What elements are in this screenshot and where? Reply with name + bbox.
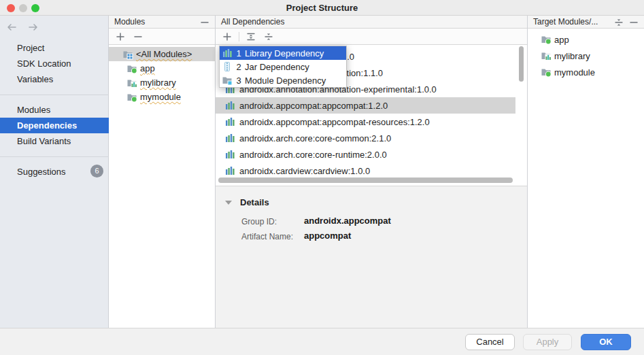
dependencies-panel-title: All Dependencies xyxy=(221,17,284,27)
module-label: app xyxy=(140,63,155,73)
library-module-folder-icon xyxy=(541,50,552,61)
dependencies-panel-header: All Dependencies xyxy=(216,16,527,29)
remove-module-button[interactable] xyxy=(132,31,144,43)
menu-item-library-dependency[interactable]: 1 Library Dependency xyxy=(220,46,346,60)
plus-icon xyxy=(116,32,125,41)
window-title: Project Structure xyxy=(0,3,644,13)
sidebar-item-project[interactable]: Project xyxy=(0,40,109,56)
library-icon xyxy=(224,149,235,160)
target-module-mymodule[interactable]: mymodule xyxy=(528,64,644,80)
module-folder-icon xyxy=(222,75,233,86)
library-icon xyxy=(224,100,235,111)
modules-panel: Modules <All Modules> xyxy=(109,16,216,328)
ok-button[interactable]: OK xyxy=(581,334,631,350)
library-icon xyxy=(224,116,235,127)
dependency-label: androidx.cardview:cardview:1.0.0 xyxy=(239,166,370,176)
target-module-mylibrary[interactable]: mylibrary xyxy=(528,48,644,64)
module-label: <All Modules> xyxy=(136,49,192,59)
target-module-app[interactable]: app xyxy=(528,31,644,48)
back-arrow-icon[interactable] xyxy=(5,21,18,33)
sidebar-item-dependencies[interactable]: Dependencies xyxy=(0,118,109,133)
details-title: Details xyxy=(240,197,269,207)
target-modules-title: Target Modules/... xyxy=(533,17,598,27)
dependency-row[interactable]: androidx.arch.core:core-runtime:2.0.0 xyxy=(216,146,515,163)
menu-item-label: Module Dependency xyxy=(245,75,326,86)
target-modules-panel: Target Modules/... app xyxy=(528,16,644,328)
modules-toolbar xyxy=(109,29,215,45)
menu-item-jar-dependency[interactable]: 2 Jar Dependency xyxy=(220,60,346,73)
details-section xyxy=(216,186,527,328)
dependency-row[interactable]: androidx.cardview:cardview:1.0.0 xyxy=(216,163,515,179)
modules-panel-title: Modules xyxy=(114,17,145,27)
android-module-folder-icon xyxy=(126,63,137,74)
android-module-folder-icon xyxy=(541,34,552,45)
dependency-row[interactable]: androidx.arch.core:core-common:2.1.0 xyxy=(216,130,515,146)
expand-all-button[interactable] xyxy=(245,31,257,43)
sidebar-item-variables[interactable]: Variables xyxy=(0,71,109,87)
artifact-name-label: Artifact Name: xyxy=(241,232,293,241)
collapse-all-icon xyxy=(264,32,273,41)
sidebar-divider xyxy=(0,95,109,95)
add-dependency-menu: 1 Library Dependency 2 Jar Dependency 3 … xyxy=(219,46,347,88)
dependency-label: androidx.appcompat:appcompat-resources:1… xyxy=(239,117,430,127)
forward-arrow-icon[interactable] xyxy=(27,21,39,33)
hide-panel-icon[interactable] xyxy=(629,18,639,27)
sidebar-item-modules[interactable]: Modules xyxy=(0,102,109,118)
module-label: mymodule xyxy=(140,92,181,102)
target-module-label: app xyxy=(554,35,569,45)
add-module-button[interactable] xyxy=(114,31,126,43)
cancel-button[interactable]: Cancel xyxy=(465,334,515,350)
plus-icon xyxy=(222,32,232,41)
menu-mnemonic: 3 xyxy=(235,75,243,86)
menu-item-module-dependency[interactable]: 3 Module Dependency xyxy=(220,73,346,87)
dependency-label: androidx.appcompat:appcompat:1.2.0 xyxy=(239,101,388,111)
title-bar: Project Structure xyxy=(0,0,644,16)
toolbar-separator xyxy=(239,32,239,41)
target-module-label: mylibrary xyxy=(554,51,590,61)
collapse-all-button[interactable] xyxy=(262,31,275,43)
target-module-label: mymodule xyxy=(554,67,595,78)
details-collapse-icon[interactable] xyxy=(225,201,232,205)
vertical-scrollbar[interactable] xyxy=(519,46,524,82)
modules-panel-header: Modules xyxy=(109,16,215,29)
hide-panel-icon[interactable] xyxy=(200,18,209,27)
library-module-folder-icon xyxy=(126,78,137,88)
dependency-label: androidx.arch.core:core-common:2.1.0 xyxy=(239,133,391,143)
module-tree-item-all-modules[interactable]: <All Modules> xyxy=(109,47,216,61)
artifact-name-value: appcompat xyxy=(304,231,351,241)
module-tree-item-mylibrary[interactable]: mylibrary xyxy=(109,75,216,90)
suggestions-count-badge: 6 xyxy=(90,165,103,178)
horizontal-scrollbar[interactable] xyxy=(218,178,513,183)
menu-item-label: Library Dependency xyxy=(245,48,324,58)
apply-button[interactable]: Apply xyxy=(523,334,572,350)
library-icon xyxy=(222,48,233,58)
library-icon xyxy=(224,165,235,176)
group-id-value: androidx.appcompat xyxy=(304,216,391,226)
menu-item-label: Jar Dependency xyxy=(245,62,309,72)
module-label: mylibrary xyxy=(140,78,176,88)
all-modules-folder-icon xyxy=(122,49,133,60)
settings-sidebar: Project SDK Location Variables Modules D… xyxy=(0,16,109,328)
minus-icon xyxy=(133,32,143,41)
jar-icon xyxy=(222,61,233,72)
library-icon xyxy=(224,133,235,143)
sidebar-item-sdk-location[interactable]: SDK Location xyxy=(0,56,109,71)
add-dependency-button[interactable] xyxy=(221,31,233,43)
module-tree-item-app[interactable]: app xyxy=(109,61,216,75)
collapse-all-icon[interactable] xyxy=(614,18,624,27)
group-id-label: Group ID: xyxy=(241,217,277,226)
module-tree-item-mymodule[interactable]: mymodule xyxy=(109,90,216,104)
dependency-row[interactable]: androidx.appcompat:appcompat-resources:1… xyxy=(216,114,515,130)
target-modules-header: Target Modules/... xyxy=(528,16,644,29)
expand-all-icon xyxy=(246,32,256,41)
sidebar-divider xyxy=(0,156,109,157)
dependencies-toolbar xyxy=(216,29,527,45)
android-module-folder-icon xyxy=(541,67,552,78)
dialog-footer: Cancel Apply OK xyxy=(0,328,644,355)
menu-mnemonic: 1 xyxy=(235,48,243,58)
menu-mnemonic: 2 xyxy=(235,62,243,72)
project-structure-dialog: Project Structure Project SDK Location V… xyxy=(0,0,644,355)
android-module-folder-icon xyxy=(126,92,137,103)
sidebar-item-build-variants[interactable]: Build Variants xyxy=(0,133,109,149)
dependency-row-selected[interactable]: androidx.appcompat:appcompat:1.2.0 xyxy=(216,97,515,114)
